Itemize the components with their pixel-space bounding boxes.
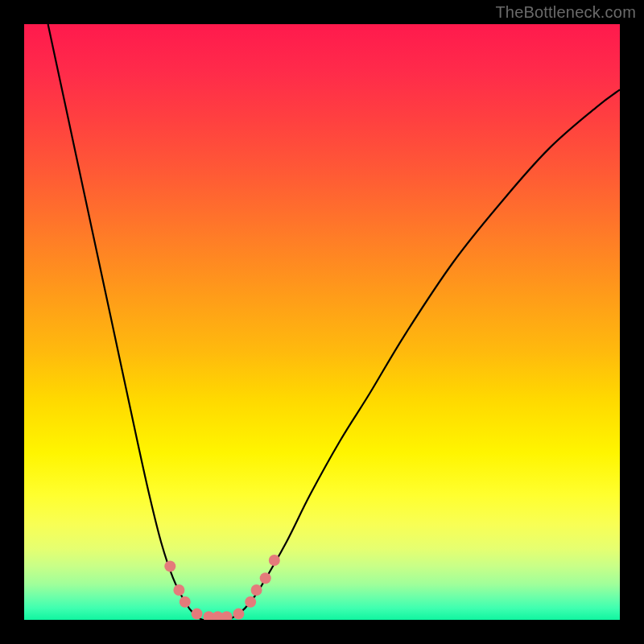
marker-dot — [173, 584, 184, 596]
marker-dot — [233, 609, 244, 620]
marker-dot — [251, 584, 262, 596]
watermark-text: TheBottleneck.com — [495, 3, 636, 22]
marker-dot — [192, 609, 203, 620]
plot-area — [24, 24, 620, 620]
bottleneck-curve — [48, 24, 620, 620]
marker-dot — [260, 572, 271, 584]
curve-svg — [24, 24, 620, 620]
marker-group — [164, 555, 279, 620]
chart-frame: TheBottleneck.com — [0, 0, 644, 644]
marker-dot — [164, 560, 175, 572]
marker-dot — [180, 597, 191, 608]
marker-dot — [221, 611, 233, 620]
marker-dot — [245, 597, 256, 608]
marker-dot — [269, 555, 280, 566]
